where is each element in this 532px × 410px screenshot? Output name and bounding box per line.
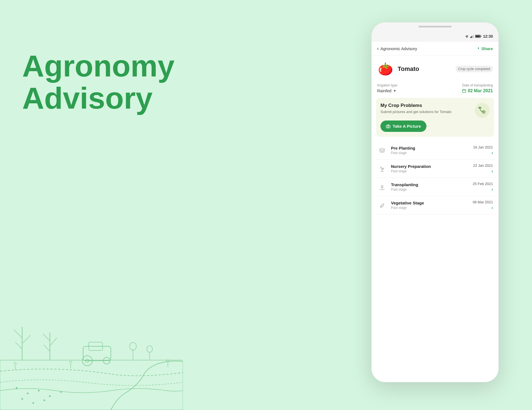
svg-rect-33 (474, 35, 474, 38)
share-label: Share (481, 46, 493, 51)
main-title: Agronomy Advisory (22, 50, 161, 114)
tomato-icon: 🍅 (377, 61, 394, 77)
svg-rect-36 (481, 36, 481, 37)
status-icons (465, 35, 481, 38)
pre-planting-sub: Past stage (391, 151, 469, 155)
info-row: Irrigation type Rainfed ▼ Date of transp… (372, 82, 498, 98)
vegetative-info: Vegetative Stage Past stage (391, 201, 469, 210)
farm-illustration (0, 255, 183, 410)
vegetative-date: 06 Mar 2021 (473, 200, 493, 204)
irrigation-value[interactable]: Rainfed ▼ (377, 88, 397, 93)
svg-rect-31 (471, 36, 472, 38)
pre-planting-chevron: › (492, 150, 493, 155)
title-line2: Advisory (22, 81, 153, 115)
status-time: 12:30 (483, 34, 493, 39)
pre-planting-name: Pre Planting (391, 146, 469, 150)
phone-frame: 12:30 ‹ Agronomic Advisory Share 🍅 (371, 22, 499, 382)
nursery-info: Nursery Preparation Past stage (391, 164, 469, 173)
transplanting-info: Transplanting Past stage (391, 182, 469, 191)
pre-planting-info: Pre Planting Past stage (391, 146, 469, 155)
take-picture-label: Take A Picture (393, 124, 421, 129)
svg-rect-37 (462, 89, 466, 93)
signal-icon (470, 35, 474, 38)
vegetative-chevron: › (492, 205, 493, 210)
vegetative-right: 06 Mar 2021 › (473, 200, 493, 210)
crop-header: 🍅 Tomato Crop cycle completed (372, 56, 498, 82)
svg-rect-17 (83, 346, 111, 361)
transplanting-chevron: › (492, 187, 493, 192)
calendar-icon (462, 89, 466, 93)
transplanting-icon (377, 182, 387, 192)
svg-point-25 (147, 346, 152, 352)
share-button[interactable]: Share (475, 46, 493, 51)
app-content: ‹ Agronomic Advisory Share 🍅 Tomato Crop… (372, 42, 498, 382)
stethoscope-svg (478, 106, 487, 115)
svg-point-8 (44, 399, 45, 401)
nursery-sub: Past stage (391, 169, 469, 173)
svg-line-14 (43, 334, 50, 341)
camera-icon (386, 124, 390, 128)
pre-planting-icon (377, 145, 387, 155)
svg-rect-32 (472, 35, 473, 38)
stethoscope-icon (475, 103, 490, 118)
status-bar: 12:30 (372, 31, 498, 42)
stage-item-transplanting[interactable]: Transplanting Past stage 25 Feb 2021 › (374, 178, 496, 196)
crop-problems-title: My Crop Problems (380, 103, 451, 108)
stage-item-pre-planting[interactable]: Pre Planting Past stage 16 Jan 2021 › (374, 141, 496, 160)
seedling-icon (378, 165, 386, 173)
irrigation-text: Rainfed (377, 88, 392, 93)
take-picture-button[interactable]: Take A Picture (380, 121, 426, 132)
nursery-right: 22 Jan 2021 › (473, 163, 493, 174)
date-block: Date of transplanting 02 Mar 2021 (462, 83, 493, 93)
svg-line-12 (15, 342, 22, 349)
transplanting-name: Transplanting (391, 182, 469, 187)
pre-planting-date: 16 Jan 2021 (473, 145, 493, 149)
vegetative-icon (377, 200, 387, 210)
svg-point-1 (16, 387, 17, 389)
nursery-name: Nursery Preparation (391, 164, 469, 169)
top-nav: ‹ Agronomic Advisory Share (372, 42, 498, 56)
wifi-icon (465, 35, 469, 38)
svg-line-15 (50, 338, 57, 346)
date-value[interactable]: 02 Mar 2021 (462, 88, 493, 93)
back-chevron-icon: ‹ (377, 46, 379, 52)
svg-point-23 (130, 342, 136, 350)
nursery-chevron: › (492, 169, 493, 174)
svg-point-50 (381, 185, 383, 187)
svg-rect-30 (470, 37, 471, 38)
nav-title: Agronomic Advisory (380, 46, 417, 51)
date-label: Date of transplanting (462, 83, 493, 87)
nursery-icon (377, 164, 387, 174)
svg-point-6 (21, 398, 23, 400)
irrigation-label: Irrigation type (377, 83, 397, 87)
date-text: 02 Mar 2021 (468, 88, 493, 93)
share-icon (475, 47, 480, 51)
phone-notch-bar (372, 22, 498, 31)
transplanting-sub: Past stage (391, 188, 469, 191)
svg-line-11 (22, 335, 30, 344)
layers-icon (378, 147, 386, 154)
stage-item-nursery[interactable]: Nursery Preparation Past stage 22 Jan 20… (374, 160, 496, 178)
transplant-icon (378, 183, 386, 191)
back-button[interactable]: ‹ Agronomic Advisory (377, 46, 417, 52)
crop-problems-top: My Crop Problems Submit pictures and get… (380, 103, 490, 118)
svg-point-4 (49, 395, 51, 397)
battery-icon (475, 35, 481, 38)
vegetative-sub: Past stage (391, 206, 469, 210)
transplanting-right: 25 Feb 2021 › (473, 182, 493, 192)
crop-badge: Crop cycle completed (456, 66, 493, 72)
svg-point-2 (27, 393, 29, 394)
stage-item-vegetative[interactable]: Vegetative Stage Past stage 06 Mar 2021 … (374, 196, 496, 214)
irrigation-dropdown-icon: ▼ (393, 89, 397, 93)
svg-line-16 (44, 345, 50, 351)
phone-notch (418, 26, 452, 27)
svg-rect-35 (475, 35, 480, 37)
phone-container: 12:30 ‹ Agronomic Advisory Share 🍅 (371, 22, 499, 382)
svg-rect-0 (0, 360, 183, 410)
crop-problems-card: My Crop Problems Submit pictures and get… (376, 98, 494, 137)
svg-point-44 (483, 111, 484, 112)
svg-point-29 (467, 37, 467, 38)
vegetative-name: Vegetative Stage (391, 201, 469, 205)
irrigation-block: Irrigation type Rainfed ▼ (377, 83, 397, 93)
crop-name: Tomato (398, 65, 452, 73)
